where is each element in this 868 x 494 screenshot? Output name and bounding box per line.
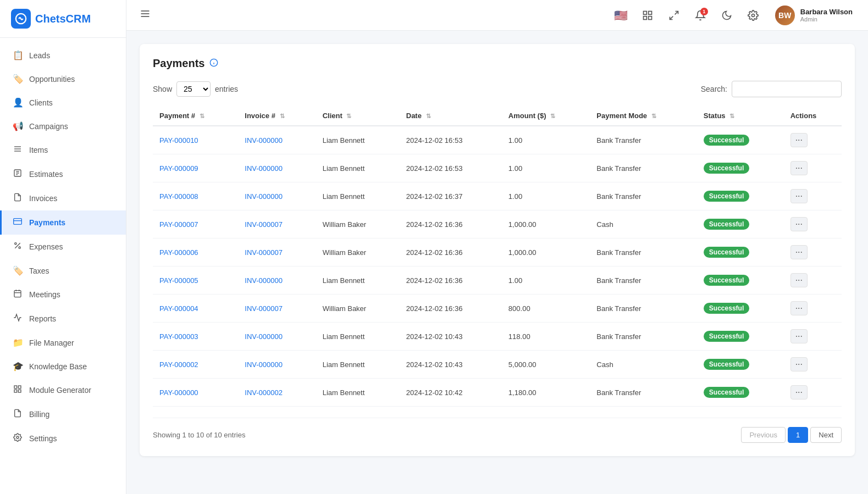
payment-link[interactable]: PAY-000002 — [159, 360, 198, 369]
payment-link[interactable]: PAY-000000 — [159, 388, 198, 397]
table-row: PAY-000000 INV-000002 Liam Bennett 2024-… — [153, 379, 842, 407]
sidebar-item-opportunities[interactable]: 🏷️ Opportunities — [0, 67, 126, 91]
payment-link[interactable]: PAY-000007 — [159, 220, 198, 229]
status-badge: Successful — [704, 303, 749, 314]
actions-menu-button[interactable]: ··· — [790, 385, 808, 399]
status-badge: Successful — [704, 387, 749, 398]
meetings-icon — [13, 289, 23, 300]
dark-mode-icon[interactable] — [718, 7, 736, 24]
actions-menu-button[interactable]: ··· — [790, 301, 808, 315]
sidebar-item-billing[interactable]: Billing — [0, 402, 126, 426]
entries-select[interactable]: 25 10 50 100 — [176, 81, 211, 97]
payment-link[interactable]: PAY-000004 — [159, 304, 198, 313]
col-payment-mode[interactable]: Payment Mode ⇅ — [590, 106, 697, 126]
invoice-link[interactable]: INV-000000 — [245, 136, 283, 145]
invoice-link[interactable]: INV-000007 — [245, 248, 283, 257]
settings-gear-icon[interactable] — [744, 7, 762, 24]
next-button[interactable]: Next — [810, 427, 842, 443]
taxes-icon: 🏷️ — [13, 265, 23, 276]
sidebar-item-items[interactable]: Items — [0, 138, 126, 162]
apps-grid-icon[interactable] — [639, 7, 656, 24]
actions-menu-button[interactable]: ··· — [790, 161, 808, 175]
hamburger-menu-button[interactable] — [137, 6, 153, 24]
payment-link[interactable]: PAY-000003 — [159, 332, 198, 341]
invoice-link[interactable]: INV-000000 — [245, 360, 283, 369]
cell-amount: 1.00 — [502, 267, 590, 295]
sidebar-item-module-generator[interactable]: Module Generator — [0, 378, 126, 402]
showing-text: Showing 1 to 10 of 10 entries — [153, 431, 245, 439]
sidebar-item-reports[interactable]: Reports — [0, 307, 126, 331]
info-icon[interactable] — [209, 58, 218, 69]
payment-link[interactable]: PAY-000008 — [159, 192, 198, 201]
sidebar-item-knowledge-base[interactable]: 🎓 Knowledge Base — [0, 354, 126, 378]
col-status[interactable]: Status ⇅ — [697, 106, 784, 126]
sidebar-item-clients[interactable]: 👤 Clients — [0, 91, 126, 114]
sidebar-item-payments[interactable]: Payments — [0, 210, 126, 235]
actions-menu-button[interactable]: ··· — [790, 273, 808, 287]
invoice-link[interactable]: INV-000002 — [245, 388, 283, 397]
actions-menu-button[interactable]: ··· — [790, 329, 808, 343]
fullscreen-icon[interactable] — [665, 7, 683, 24]
cell-payment-num: PAY-000000 — [153, 379, 238, 407]
previous-button[interactable]: Previous — [741, 427, 786, 443]
page-1-button[interactable]: 1 — [788, 427, 808, 443]
settings-icon — [13, 433, 23, 444]
col-client[interactable]: Client ⇅ — [316, 106, 400, 126]
sidebar-item-invoices[interactable]: Invoices — [0, 186, 126, 210]
actions-menu-button[interactable]: ··· — [790, 217, 808, 231]
sidebar-item-expenses[interactable]: Expenses — [0, 235, 126, 259]
invoice-link[interactable]: INV-000000 — [245, 276, 283, 285]
actions-menu-button[interactable]: ··· — [790, 357, 808, 371]
sidebar-item-campaigns[interactable]: 📢 Campaigns — [0, 114, 126, 138]
cell-client: William Baker — [316, 238, 400, 267]
invoice-link[interactable]: INV-000000 — [245, 332, 283, 341]
invoice-link[interactable]: INV-000000 — [245, 192, 283, 201]
cell-date: 2024-12-02 10:42 — [400, 379, 502, 407]
sidebar-item-taxes[interactable]: 🏷️ Taxes — [0, 259, 126, 282]
actions-menu-button[interactable]: ··· — [790, 189, 808, 203]
sidebar-item-meetings[interactable]: Meetings — [0, 282, 126, 307]
cell-actions: ··· — [784, 238, 842, 267]
estimates-icon — [13, 169, 23, 180]
payment-link[interactable]: PAY-000010 — [159, 136, 198, 145]
cell-payment-mode: Bank Transfer — [590, 379, 697, 407]
header-row: Payment # ⇅ Invoice # ⇅ Client ⇅ Date — [153, 106, 842, 126]
cell-payment-mode: Cash — [590, 210, 697, 238]
header: 🇺🇸 1 BW Barbar — [126, 0, 868, 31]
col-amount[interactable]: Amount ($) ⇅ — [502, 106, 590, 126]
payments-page: Payments Show 25 10 50 100 entries — [140, 44, 855, 456]
col-date[interactable]: Date ⇅ — [400, 106, 502, 126]
search-container: Search: — [701, 81, 842, 97]
invoice-link[interactable]: INV-000007 — [245, 220, 283, 229]
actions-menu-button[interactable]: ··· — [790, 133, 808, 147]
user-profile[interactable]: BW Barbara Wilson Admin — [771, 3, 857, 27]
flag-icon[interactable]: 🇺🇸 — [612, 7, 630, 24]
col-payment-num[interactable]: Payment # ⇅ — [153, 106, 238, 126]
payment-link[interactable]: PAY-000005 — [159, 276, 198, 285]
notification-bell-icon[interactable]: 1 — [692, 7, 709, 24]
sidebar-item-leads[interactable]: 📋 Leads — [0, 43, 126, 67]
payment-link[interactable]: PAY-000006 — [159, 248, 198, 257]
cell-payment-mode: Bank Transfer — [590, 267, 697, 295]
cell-client: Liam Bennett — [316, 182, 400, 210]
cell-actions: ··· — [784, 351, 842, 379]
svg-line-10 — [15, 243, 20, 248]
sidebar-item-file-manager[interactable]: 📁 File Manager — [0, 331, 126, 354]
logo-icon — [11, 9, 31, 29]
actions-menu-button[interactable]: ··· — [790, 245, 808, 259]
logo[interactable]: ChetsCRM — [0, 0, 126, 38]
invoice-link[interactable]: INV-000000 — [245, 164, 283, 173]
payment-link[interactable]: PAY-000009 — [159, 164, 198, 173]
sidebar-item-estimates[interactable]: Estimates — [0, 162, 126, 186]
billing-icon — [13, 409, 23, 420]
sidebar-item-settings[interactable]: Settings — [0, 426, 126, 451]
content-area: Payments Show 25 10 50 100 entries — [126, 31, 868, 494]
payments-table: Payment # ⇅ Invoice # ⇅ Client ⇅ Date — [153, 106, 842, 407]
table-row: PAY-000006 INV-000007 William Baker 2024… — [153, 238, 842, 267]
reports-icon — [13, 313, 23, 324]
col-invoice-num[interactable]: Invoice # ⇅ — [238, 106, 316, 126]
payments-icon — [13, 217, 23, 228]
items-icon — [13, 145, 23, 156]
search-input[interactable] — [732, 81, 842, 97]
invoice-link[interactable]: INV-000007 — [245, 304, 283, 313]
